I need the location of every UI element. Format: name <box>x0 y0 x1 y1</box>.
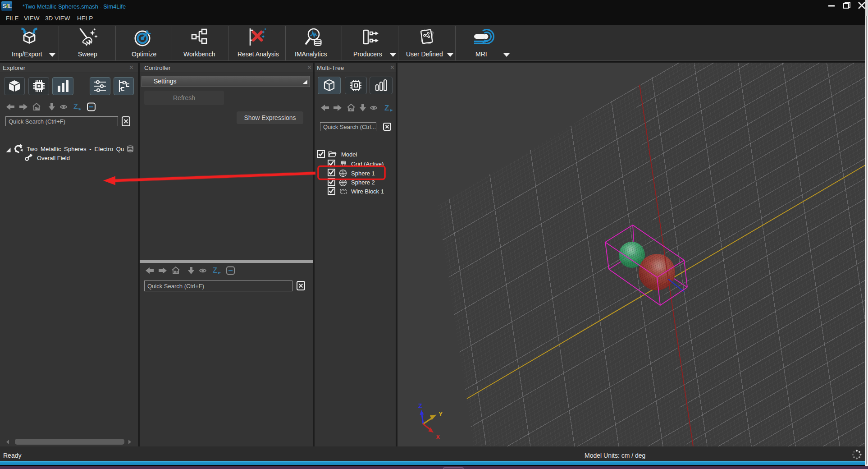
svg-text:Z: Z <box>213 267 217 274</box>
svg-text:Z: Z <box>384 104 389 112</box>
svg-text:Z: Z <box>73 103 78 110</box>
svg-text:X: X <box>436 433 440 441</box>
svg-text:Z: Z <box>418 402 422 409</box>
svg-text:Y: Y <box>439 410 443 418</box>
